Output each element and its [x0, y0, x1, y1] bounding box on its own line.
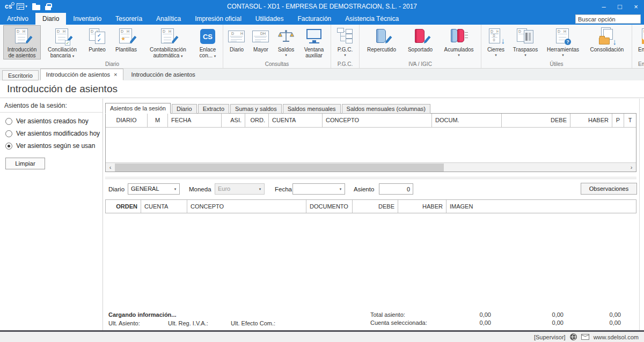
tab-analitica[interactable]: Analítica: [149, 13, 188, 25]
doc-tab-escritorio[interactable]: Escritorio: [2, 70, 39, 80]
ribbon-button-cierres[interactable]: D H0 0↓ Cierres ▾: [483, 25, 509, 60]
calendar-button[interactable]: ▾: [17, 0, 27, 13]
total-asiento-value-1: 0,00: [452, 311, 491, 318]
ribbon-button-saldos[interactable]: Saldos ▾: [273, 25, 299, 60]
minimize-button[interactable]: –: [596, 0, 612, 13]
column-header-cuenta: CUENTA: [269, 114, 323, 127]
ribbon-button-conciliacion-bancaria[interactable]: D H✓ Conciliación bancaria ▾: [41, 25, 84, 60]
contasol-window: cs ▾ CONTASOL - XD1 - EMPRESA DE DEMOSTR…: [0, 0, 644, 342]
ribbon-button-soportado[interactable]: Soportado: [402, 25, 438, 60]
tab-utilidades[interactable]: Utilidades: [248, 13, 291, 25]
ribbon-button-pgc[interactable]: P.G.C. ▾: [333, 25, 357, 60]
vat-accumulated-books-icon: [450, 27, 468, 46]
column-header-t: T: [624, 114, 636, 127]
company-file-icon: D H: [640, 27, 644, 46]
column-header-debe: DEBE: [502, 114, 570, 127]
section-divider: [105, 177, 636, 179]
vat-input-book-icon: [411, 27, 429, 46]
maximize-button[interactable]: □: [612, 0, 628, 13]
column-header-orden: ORDEN: [106, 200, 141, 213]
ribbon-button-contabilizacion-automatica[interactable]: D H Contabilización automática ▾: [142, 25, 194, 60]
session-tab-saldos-mensuales[interactable]: Saldos mensuales: [283, 104, 341, 114]
horizontal-scrollbar[interactable]: ‹ ›: [106, 162, 636, 172]
ribbon-button-plantillas[interactable]: D H★ Plantillas: [111, 25, 142, 60]
session-tab-diario[interactable]: Diario: [172, 104, 197, 114]
mail-icon[interactable]: [581, 334, 589, 340]
titlebar: cs ▾ CONTASOL - XD1 - EMPRESA DE DEMOSTR…: [0, 0, 644, 13]
entry-grid-header: ORDEN CUENTA CONCEPTO DOCUMENTO DEBE HAB…: [105, 199, 636, 213]
tab-impresion-oficial[interactable]: Impresión oficial: [188, 13, 248, 25]
ribbon-button-introduccion-de-asientos[interactable]: D H Introducción de asientos: [3, 25, 41, 60]
column-header-diario: DIARIO: [106, 114, 148, 127]
ribbon-button-traspasos[interactable]: D H Traspasos ▾: [509, 25, 542, 60]
ribbon-button-acumulados[interactable]: Acumulados ▾: [438, 25, 479, 60]
ribbon-group-consultas: D H Diario DH Mayor Saldos ▾ Ventana aux…: [223, 25, 331, 68]
ribbon-button-diario-consulta[interactable]: D H Diario: [225, 25, 248, 60]
moneda-select: Euro▾: [215, 183, 265, 195]
ribbon-group-caption: IVA / IGIC: [361, 61, 479, 68]
tab-tesoreria[interactable]: Tesorería: [108, 13, 149, 25]
ribbon-tab-bar: Archivo Diario Inventario Tesorería Anal…: [0, 13, 644, 25]
search-input[interactable]: [575, 14, 641, 24]
column-header-cuenta: CUENTA: [141, 200, 187, 213]
scroll-right-arrow-icon[interactable]: ›: [627, 163, 636, 172]
close-button[interactable]: ×: [628, 0, 644, 13]
ribbon-button-herramientas[interactable]: D H? Herramientas ▾: [542, 25, 584, 60]
statusbar: [Supervisor] www.sdelsol.com: [0, 332, 644, 342]
ribbon-button-consolidacion[interactable]: ↓ Consolidación: [584, 25, 630, 60]
session-tab-extracto[interactable]: Extracto: [198, 104, 229, 114]
session-tabs: Asientos de la sesión Diario Extracto Su…: [105, 103, 431, 114]
session-tab-saldos-mensuales-columnas[interactable]: Saldos mensuales (columnas): [342, 104, 430, 114]
dropdown-arrow-icon: ▾: [72, 54, 75, 58]
ribbon-button-empresa[interactable]: D H Empresa ▾: [634, 25, 644, 60]
observaciones-button[interactable]: Observaciones: [581, 183, 637, 195]
ribbon-button-punteo[interactable]: D H✓✓ Punteo: [84, 25, 111, 60]
ribbon-button-enlace-con[interactable]: CS Enlace con... ▾: [194, 25, 221, 60]
website-link[interactable]: www.sdelsol.com: [594, 334, 639, 340]
transfers-icon: D H: [516, 27, 535, 46]
tab-facturacion[interactable]: Facturación: [291, 13, 339, 25]
dropdown-arrow-icon: ▾: [524, 53, 526, 57]
radio-option-modificados-hoy[interactable]: Ver asientos modificados hoy: [5, 130, 103, 137]
column-header-concepto: CONCEPTO: [187, 200, 306, 213]
scrollbar-thumb[interactable]: [115, 163, 444, 172]
tab-diario[interactable]: Diario: [35, 13, 66, 25]
consolidation-icon: ↓: [598, 27, 616, 46]
column-header-ord: ORD.: [245, 114, 269, 127]
contasol-logo-icon[interactable]: cs: [5, 3, 12, 10]
session-grid: DIARIO M FECHA ASI. ORD. CUENTA CONCEPTO…: [105, 113, 636, 172]
templates-icon: D H★: [117, 27, 135, 46]
ribbon-button-mayor[interactable]: DH Mayor: [248, 25, 273, 60]
diario-select[interactable]: GENERAL▾: [128, 183, 180, 195]
scroll-left-arrow-icon[interactable]: ‹: [106, 163, 115, 172]
fecha-select[interactable]: ▾: [292, 183, 345, 195]
radio-option-creados-hoy[interactable]: Ver asientos creados hoy: [5, 117, 103, 125]
tab-inventario[interactable]: Inventario: [66, 13, 108, 25]
ribbon-button-ventana-auxiliar[interactable]: Ventana auxiliar: [299, 25, 329, 60]
dropdown-arrow-icon: ▾: [344, 53, 346, 57]
tools-help-icon: D H?: [554, 27, 572, 46]
open-company-button[interactable]: [32, 0, 40, 13]
ribbon-button-repercutido[interactable]: Repercutido: [361, 25, 402, 60]
globe-icon[interactable]: [570, 333, 577, 340]
cuenta-seleccionada-value-3: 0,00: [582, 319, 621, 326]
doc-tab-introduccion-de-asientos[interactable]: Introducción de asientos×: [40, 69, 123, 80]
limpiar-button[interactable]: Limpiar: [5, 158, 45, 169]
asiento-input[interactable]: [379, 183, 413, 195]
column-header-haber: HABER: [398, 200, 447, 213]
tab-close-icon[interactable]: ×: [114, 72, 117, 78]
vat-output-book-icon: [372, 27, 391, 46]
column-header-asi: ASI.: [222, 114, 245, 127]
ribbon-group-utiles: D H0 0↓ Cierres ▾ D H Traspasos ▾ D H? H…: [481, 25, 632, 68]
moneda-label: Moneda: [189, 186, 211, 192]
session-tab-sumas-y-saldos[interactable]: Sumas y saldos: [230, 104, 282, 114]
lock-button[interactable]: [45, 0, 51, 13]
session-tab-asientos-de-la-sesion[interactable]: Asientos de la sesión: [105, 103, 171, 114]
dropdown-arrow-icon: ▾: [495, 53, 497, 57]
column-header-haber: HABER: [570, 114, 612, 127]
tab-asistencia-tecnica[interactable]: Asistencia Técnica: [338, 13, 406, 25]
bank-reconciliation-icon: D H✓: [53, 27, 71, 46]
tab-archivo[interactable]: Archivo: [0, 13, 35, 25]
ribbon-group-iva-igic: Repercutido Soportado Acumulados ▾ IVA /…: [360, 25, 481, 68]
radio-option-segun-se-usan[interactable]: Ver asientos según se usan: [5, 142, 103, 150]
